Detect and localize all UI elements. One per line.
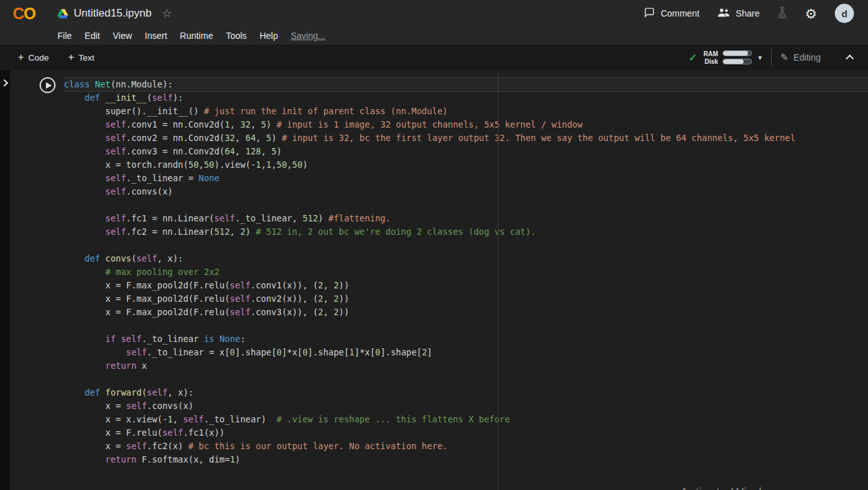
code-line[interactable]: def forward(self, x): — [64, 386, 868, 399]
menu-help[interactable]: Help — [253, 31, 285, 41]
settings-gear-icon[interactable]: ⚙ — [805, 7, 817, 20]
ram-bar-fill — [723, 51, 748, 56]
share-button[interactable]: Share — [717, 8, 760, 19]
code-line[interactable]: x = torch.randn(50,50).view(-1,1,50,50) — [64, 158, 868, 172]
code-editor[interactable]: class Net(nn.Module): def __init__(self)… — [64, 73, 868, 490]
menu-file[interactable]: File — [51, 31, 79, 41]
code-line[interactable]: x = x.view(-1, self._to_linear) # .view … — [64, 413, 868, 426]
star-icon[interactable]: ☆ — [161, 6, 172, 20]
add-text-button[interactable]: + Text — [68, 52, 94, 63]
colab-logo[interactable]: CO — [13, 4, 36, 23]
comment-bubble-icon — [644, 7, 655, 20]
code-line[interactable] — [64, 319, 868, 332]
code-line[interactable]: x = F.max_pool2d(F.relu(self.conv3(x)), … — [64, 306, 868, 319]
menu-edit[interactable]: Edit — [79, 31, 107, 41]
code-line[interactable]: def __init__(self): — [64, 91, 868, 105]
code-line[interactable]: x = F.relu(self.fc1(x)) — [64, 426, 868, 440]
code-line[interactable]: self.conv3 = nn.Conv2d(64, 128, 5) — [64, 145, 868, 158]
code-line[interactable]: self._to_linear = x[0].shape[0]*x[0].sha… — [64, 346, 868, 359]
code-line[interactable] — [64, 373, 868, 386]
ram-bar — [722, 50, 752, 56]
cell-gutter — [36, 73, 64, 490]
ram-label: RAM — [703, 50, 718, 57]
expand-sidebar-button[interactable] — [0, 70, 10, 490]
plus-icon: + — [18, 52, 24, 63]
column-ruler — [498, 73, 498, 490]
code-line[interactable]: def convs(self, x): — [64, 252, 868, 265]
editing-mode-button[interactable]: ✎ Editing — [781, 52, 821, 63]
header-top-row: CO Untitled15.ipynb ☆ Comment — [0, 0, 868, 27]
code-line[interactable]: self.fc2 = nn.Linear(512, 2) # 512 in, 2… — [64, 225, 868, 239]
collapse-header-button[interactable] — [842, 50, 857, 64]
comment-label: Comment — [661, 8, 700, 19]
add-text-label: Text — [79, 53, 94, 63]
pencil-icon: ✎ — [781, 52, 789, 63]
resources-widget[interactable]: RAM Disk — [703, 50, 752, 65]
menu-runtime[interactable]: Runtime — [174, 31, 220, 41]
code-line[interactable]: x = F.max_pool2d(F.relu(self.conv2(x)), … — [64, 292, 868, 306]
add-code-label: Code — [28, 53, 49, 63]
code-line[interactable] — [64, 198, 868, 212]
avatar[interactable]: d — [835, 4, 854, 23]
google-drive-icon — [57, 9, 68, 19]
header: CO Untitled15.ipynb ☆ Comment — [0, 0, 868, 45]
code-line[interactable] — [64, 239, 868, 252]
header-actions: Comment Share — [644, 4, 868, 23]
comment-button[interactable]: Comment — [644, 7, 700, 20]
code-line[interactable]: self._to_linear = None — [64, 172, 868, 185]
chevron-up-icon — [846, 54, 854, 63]
chevron-right-icon — [1, 79, 8, 86]
add-code-button[interactable]: + Code — [18, 52, 49, 63]
code-lines: class Net(nn.Module): def __init__(self)… — [64, 78, 868, 466]
menu-view[interactable]: View — [107, 31, 138, 41]
toolbar-right: ✓ RAM Disk ▾ ✎ Editin — [689, 49, 868, 66]
resource-labels: RAM Disk — [703, 50, 718, 65]
code-line[interactable]: x = F.max_pool2d(F.relu(self.conv1(x)), … — [64, 279, 868, 292]
code-line[interactable]: self.fc1 = nn.Linear(self._to_linear, 51… — [64, 212, 868, 225]
code-line[interactable]: return x — [64, 359, 868, 373]
code-line[interactable]: x = self.fc2(x) # bc this is our output … — [64, 440, 868, 453]
editing-label: Editing — [793, 52, 821, 63]
people-icon — [717, 8, 730, 19]
code-line[interactable]: super().__init__() # just run the init o… — [64, 105, 868, 118]
notebook-main: class Net(nn.Module): def __init__(self)… — [0, 70, 868, 490]
menu-tools[interactable]: Tools — [220, 31, 253, 41]
code-line[interactable]: return F.softmax(x, dim=1) — [64, 453, 868, 466]
menu-insert[interactable]: Insert — [138, 31, 174, 41]
menubar: File Edit View Insert Runtime Tools Help… — [0, 27, 868, 45]
play-icon — [46, 82, 52, 89]
saving-status[interactable]: Saving... — [290, 31, 325, 41]
code-line[interactable]: x = self.convs(x) — [64, 399, 868, 413]
resource-bars — [722, 50, 752, 64]
disk-label: Disk — [705, 58, 718, 65]
code-line[interactable]: if self._to_linear is None: — [64, 332, 868, 346]
code-line[interactable]: self.conv1 = nn.Conv2d(1, 32, 5) # input… — [64, 118, 868, 131]
code-line[interactable]: self.convs(x) — [64, 185, 868, 198]
code-cell: class Net(nn.Module): def __init__(self)… — [36, 73, 868, 490]
disk-bar-fill — [723, 59, 744, 64]
connected-check-icon: ✓ — [689, 52, 697, 64]
caret-down-icon[interactable]: ▾ — [758, 54, 762, 62]
lab-flask-icon[interactable] — [777, 6, 787, 21]
code-line[interactable]: # max pooling over 2x2 — [64, 265, 868, 279]
disk-bar — [722, 59, 752, 64]
run-cell-button[interactable] — [40, 77, 56, 93]
code-line[interactable]: class Net(nn.Module): — [64, 78, 868, 91]
share-label: Share — [736, 8, 760, 19]
colab-app: CO Untitled15.ipynb ☆ Comment — [0, 0, 868, 490]
cell-toolbar: + Code + Text ✓ RAM Disk — [0, 45, 868, 70]
plus-icon: + — [68, 52, 74, 63]
code-line[interactable]: self.conv2 = nn.Conv2d(32, 64, 5) # inpu… — [64, 131, 868, 145]
toolbar-divider — [771, 49, 772, 66]
notebook-title[interactable]: Untitled15.ipynb — [74, 7, 152, 20]
